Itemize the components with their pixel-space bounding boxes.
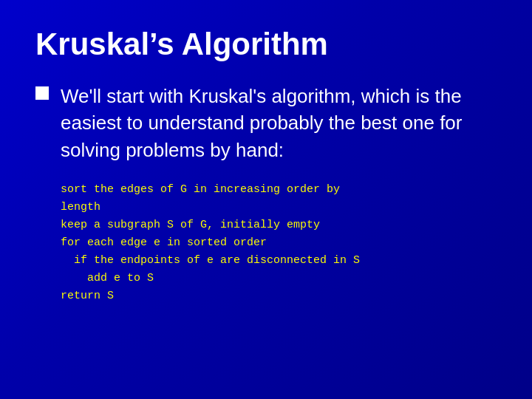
code-line-2: length	[61, 199, 497, 216]
code-line-4: for each edge e in sorted order	[61, 234, 497, 252]
code-line-3: keep a subgraph S of G, initially empty	[61, 216, 497, 234]
bullet-item: We'll start with Kruskal's algorithm, wh…	[35, 83, 497, 163]
code-block: sort the edges of G in increasing order …	[61, 181, 497, 305]
slide-title: Kruskal’s Algorithm	[35, 27, 497, 62]
bullet-text: We'll start with Kruskal's algorithm, wh…	[61, 83, 497, 163]
code-line-1: sort the edges of G in increasing order …	[61, 181, 497, 199]
slide: Kruskal’s Algorithm We'll start with Kru…	[0, 0, 532, 399]
code-line-5: if the endpoints of e are disconnected i…	[61, 252, 497, 270]
bullet-icon	[35, 86, 49, 100]
code-line-6: add e to S	[61, 270, 497, 287]
code-line-7: return S	[61, 287, 497, 305]
